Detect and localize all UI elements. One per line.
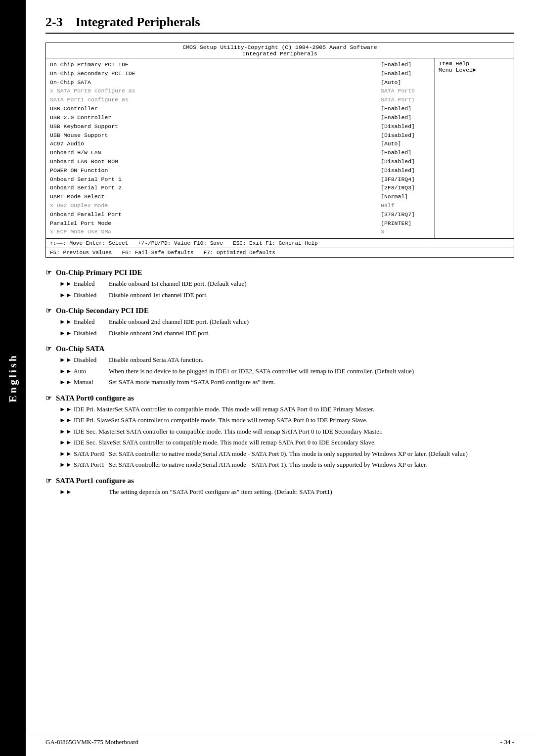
- bios-setting-name: UART Mode Select: [50, 192, 381, 201]
- bios-setting-name: USB Controller: [50, 104, 381, 113]
- bios-setting-value: SATA Port0: [381, 87, 430, 95]
- bios-footer-left: ↑↓→←: Move Enter: Select +/-/PU/PD: Valu…: [50, 240, 318, 246]
- bios-row: SATA Port1 configure asSATA Port1: [50, 95, 430, 104]
- bios-row: UART Mode Select[Normal]: [50, 192, 430, 201]
- sidebar: English: [0, 0, 26, 756]
- bios-setting-value: 3: [381, 227, 430, 236]
- chapter-heading: Integrated Peripherals: [76, 15, 200, 29]
- bios-title: CMOS Setup Utility-Copyright (C) 1984-20…: [46, 44, 514, 50]
- option-list: ►► IDE Pri. MasterSet SATA controller to…: [59, 404, 514, 470]
- sections-container: ☞On-Chip Primary PCI IDE►► EnabledEnable…: [45, 268, 514, 496]
- bios-setting-value: [Enabled]: [381, 69, 430, 78]
- heading-text: On-Chip Secondary PCI IDE: [56, 307, 149, 315]
- bios-setting-name: AC97 Audio: [50, 139, 381, 148]
- bios-setting-name: On-Chip Primary PCI IDE: [50, 60, 381, 69]
- bios-help-line2: Menu Level►: [439, 67, 510, 73]
- bios-setting-name: On-Chip SATA: [50, 78, 381, 87]
- footer-model: GA-8I865GVMK-775 Motherboard: [45, 738, 138, 746]
- bios-row: On-Chip Secondary PCI IDE[Enabled]: [50, 69, 430, 78]
- option-bullet: ►► Disabled: [59, 290, 109, 300]
- chapter-number: 2-3: [45, 15, 63, 29]
- section-on-chip-sata: ☞On-Chip SATA►► DisabledDisable onboard …: [45, 345, 514, 387]
- bios-setting-value: [Disabled]: [381, 122, 430, 131]
- bios-setting-value: [2F8/IRQ3]: [381, 183, 430, 192]
- bios-setting-value: [Auto]: [381, 78, 430, 87]
- heading-text: SATA Port1 configure as: [56, 477, 134, 485]
- bios-setting-value: Half: [381, 201, 430, 210]
- bios-setting-name: Onboard Parallel Port: [50, 210, 381, 219]
- option-row: ►► EnabledEnable onboard 2nd channel IDE…: [59, 317, 514, 327]
- option-bullet: ►► IDE Sec. Slave: [59, 438, 113, 447]
- option-desc: Set SATA controller to compatible mode. …: [111, 415, 514, 425]
- option-desc: Set SATA controller to native mode(Seria…: [109, 460, 514, 470]
- option-bullet: ►► Enabled: [59, 317, 109, 327]
- bios-header: CMOS Setup Utility-Copyright (C) 1984-20…: [46, 43, 514, 58]
- arrow-icon: ☞: [45, 307, 52, 315]
- bios-row: On-Chip SATA[Auto]: [50, 78, 430, 87]
- section-on-chip-primary: ☞On-Chip Primary PCI IDE►► EnabledEnable…: [45, 268, 514, 300]
- bios-row: x SATA Port0 configure asSATA Port0: [50, 87, 430, 95]
- bios-row: Onboard Serial Port 1[3F8/IRQ4]: [50, 175, 430, 184]
- bios-setting-value: [3F8/IRQ4]: [381, 175, 430, 184]
- option-row: ►► DisabledDisable onboard Seria ATA fun…: [59, 355, 514, 365]
- section-on-chip-secondary: ☞On-Chip Secondary PCI IDE►► EnabledEnab…: [45, 307, 514, 338]
- option-desc: Set SATA controller to compatible mode. …: [113, 438, 514, 447]
- bios-help-line1: Item Help: [439, 60, 510, 67]
- bios-body: On-Chip Primary PCI IDE[Enabled]On-Chip …: [46, 58, 514, 238]
- bios-row: POWER ON Function[Disabled]: [50, 166, 430, 175]
- option-row: ►► DisabledDisable onboard 1st channel I…: [59, 290, 514, 300]
- option-row: ►► DisabledDisable onboard 2nd channel I…: [59, 328, 514, 338]
- bios-setting-name: Onboard Serial Port 1: [50, 175, 381, 184]
- chapter-title: 2-3 Integrated Peripherals: [45, 15, 514, 34]
- option-row: ►► EnabledEnable onboard 1st channel IDE…: [59, 279, 514, 289]
- bios-subtitle: Integrated Peripherals: [46, 50, 514, 57]
- option-desc: Set SATA controller to native mode(Seria…: [109, 449, 514, 459]
- bios-setting-name: Onboard H/W LAN: [50, 148, 381, 157]
- option-bullet: ►► Disabled: [59, 355, 109, 365]
- bios-row: Onboard H/W LAN[Enabled]: [50, 148, 430, 157]
- bios-row: Onboard LAN Boot ROM[Disabled]: [50, 157, 430, 166]
- section-heading: ☞On-Chip Primary PCI IDE: [45, 268, 514, 277]
- sidebar-label: English: [6, 354, 19, 402]
- option-row: ►► IDE Sec. SlaveSet SATA controller to …: [59, 438, 514, 447]
- footer-page: - 34 -: [500, 738, 514, 746]
- section-heading: ☞On-Chip Secondary PCI IDE: [45, 307, 514, 315]
- option-bullet: ►► IDE Sec. Master: [59, 427, 116, 437]
- bios-setting-name: USB 2.0 Controller: [50, 113, 381, 122]
- bios-setting-value: [Disabled]: [381, 131, 430, 140]
- option-bullet: ►► SATA Port0: [59, 449, 109, 459]
- option-desc: Set SATA mode manually from “SATA Port0 …: [109, 377, 514, 387]
- option-bullet: ►► IDE Pri. Master: [59, 404, 115, 414]
- bios-setting-value: [Normal]: [381, 192, 430, 201]
- bios-setting-name: x SATA Port0 configure as: [50, 87, 381, 95]
- option-list: ►►The setting depends on “SATA Port0 con…: [59, 487, 514, 497]
- option-row: ►►The setting depends on “SATA Port0 con…: [59, 487, 514, 497]
- bios-settings: On-Chip Primary PCI IDE[Enabled]On-Chip …: [46, 58, 435, 238]
- bios-row: USB Keyboard Support[Disabled]: [50, 122, 430, 131]
- option-row: ►► SATA Port0Set SATA controller to nati…: [59, 449, 514, 459]
- bios-setting-name: x UR2 Duplex Mode: [50, 201, 381, 210]
- bios-setting-value: [Enabled]: [381, 148, 430, 157]
- bios-setting-value: [378/IRQ7]: [381, 210, 430, 219]
- arrow-icon: ☞: [45, 394, 52, 402]
- bios-row: x UR2 Duplex ModeHalf: [50, 201, 430, 210]
- option-bullet: ►►: [59, 487, 109, 497]
- option-bullet: ►► Manual: [59, 377, 109, 387]
- bios-help: Item Help Menu Level►: [435, 58, 514, 238]
- bios-setting-value: [PRINTER]: [381, 219, 430, 228]
- bios-setting-name: POWER ON Function: [50, 166, 381, 175]
- bios-setting-value: [Disabled]: [381, 157, 430, 166]
- bios-nav-esc: ESC: Exit F1: General Help: [233, 240, 318, 246]
- bios-row: USB Mouse Support[Disabled]: [50, 131, 430, 140]
- bios-row: Onboard Parallel Port[378/IRQ7]: [50, 210, 430, 219]
- option-bullet: ►► Enabled: [59, 279, 109, 289]
- bios-screen: CMOS Setup Utility-Copyright (C) 1984-20…: [45, 43, 514, 258]
- bios-row: Onboard Serial Port 2[2F8/IRQ3]: [50, 183, 430, 192]
- bios-setting-value: [Enabled]: [381, 60, 430, 69]
- bios-nav-failsafe: F6: Fail-Safe Defaults: [122, 250, 193, 256]
- bios-row: AC97 Audio[Auto]: [50, 139, 430, 148]
- arrow-icon: ☞: [45, 268, 52, 277]
- bios-nav-move: ↑↓→←: Move Enter: Select: [50, 240, 128, 246]
- option-desc: Set SATA controller to compatible mode. …: [116, 427, 514, 437]
- option-desc: When there is no device to be plugged in…: [109, 366, 514, 376]
